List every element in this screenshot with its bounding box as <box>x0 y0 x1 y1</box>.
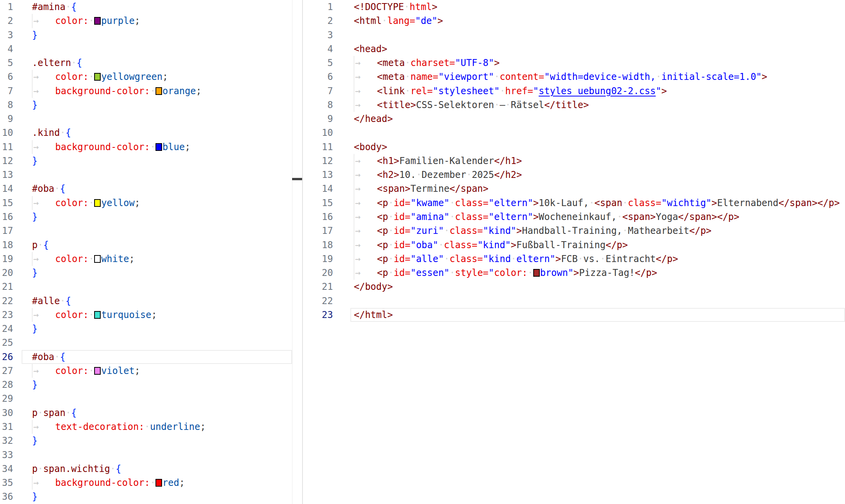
code-line[interactable]: 9</head> <box>303 112 845 126</box>
code-line[interactable]: 36} <box>0 490 302 504</box>
color-swatch[interactable] <box>94 199 101 207</box>
code-token: } <box>32 211 37 222</box>
code-line[interactable]: 3} <box>0 28 302 42</box>
tab-whitespace-icon: → <box>32 476 55 490</box>
code-line[interactable]: 32} <box>0 434 302 448</box>
code-line-content: } <box>32 378 37 392</box>
overview-ruler[interactable] <box>292 0 292 504</box>
code-line[interactable]: 21 <box>0 280 302 294</box>
code-line[interactable]: 34p·span.wichtig·{ <box>0 462 302 476</box>
code-line[interactable]: 10 <box>303 126 845 140</box>
color-swatch[interactable] <box>94 73 101 81</box>
tab-whitespace-icon: → <box>354 84 377 98</box>
code-line[interactable]: 19→color:·white; <box>0 252 302 266</box>
html-editor[interactable]: 1<!DOCTYPE·html>2<html·lang="de">34<head… <box>303 0 845 504</box>
code-line[interactable]: 20→<p·id="essen"·style="color:·brown">Pi… <box>303 266 845 280</box>
code-line[interactable]: 23</html> <box>303 308 845 322</box>
css-editor[interactable]: 1#amina·{2→color:·purple;3}45.eltern·{6→… <box>0 0 302 504</box>
code-line-content: →background-color:·blue; <box>32 140 190 154</box>
code-line[interactable]: 5→<meta·charset="UTF-8"> <box>303 56 845 70</box>
space-whitespace-dot: · <box>589 198 594 208</box>
color-swatch[interactable] <box>94 367 101 375</box>
code-line[interactable]: 6→<meta·name="viewport"·content="width=d… <box>303 70 845 84</box>
code-line[interactable]: 23→color:·turquoise; <box>0 308 302 322</box>
code-token: violet <box>101 365 135 376</box>
code-line[interactable]: 7→background-color:·orange; <box>0 84 302 98</box>
code-line[interactable]: 12→<h1>Familien-Kalender</h1> <box>303 154 845 168</box>
line-number: 33 <box>0 448 22 462</box>
overview-ruler-cursor-marker <box>292 178 302 180</box>
code-line[interactable]: 4 <box>0 42 302 56</box>
code-line[interactable]: 6→color:·yellowgreen; <box>0 70 302 84</box>
code-line[interactable]: 12} <box>0 154 302 168</box>
code-line[interactable]: 9 <box>0 112 302 126</box>
code-line[interactable]: 2<html·lang="de"> <box>303 14 845 28</box>
code-token: ; <box>200 421 206 432</box>
code-line[interactable]: 24} <box>0 322 302 336</box>
code-line[interactable]: 30p·span·{ <box>0 406 302 420</box>
code-line[interactable]: 31→text-decoration:·underline; <box>0 420 302 434</box>
code-token: <span> <box>622 211 656 222</box>
code-line[interactable]: 19→<p·id="alle"·class="kind·eltern">FCB·… <box>303 252 845 266</box>
code-line[interactable]: 29 <box>0 392 302 406</box>
space-whitespace-dot: · <box>494 100 499 110</box>
code-line[interactable]: 13 <box>0 168 302 182</box>
code-line[interactable]: 16} <box>0 210 302 224</box>
code-token: 10.·Dezember·2025 <box>399 169 494 180</box>
code-line[interactable]: 1#amina·{ <box>0 0 302 14</box>
code-token: <h2> <box>377 169 399 180</box>
color-swatch[interactable] <box>155 479 162 487</box>
code-token: rel= <box>411 86 433 96</box>
code-line[interactable]: 22 <box>303 294 845 308</box>
code-line[interactable]: 22#alle·{ <box>0 294 302 308</box>
code-line[interactable]: 11→background-color:·blue; <box>0 140 302 154</box>
code-line[interactable]: 14→<span>Termine</span> <box>303 182 845 196</box>
code-line[interactable]: 18→<p·id="oba"·class="kind">Fußball-Trai… <box>303 238 845 252</box>
tab-whitespace-icon: → <box>32 84 55 98</box>
code-line[interactable]: 21</body> <box>303 280 845 294</box>
code-line[interactable]: 20} <box>0 266 302 280</box>
code-line[interactable]: 16→<p·id="amina"·class="eltern">Wochenei… <box>303 210 845 224</box>
code-line[interactable]: 33 <box>0 448 302 462</box>
code-token: <!DOCTYPE· <box>354 2 410 12</box>
code-line[interactable]: 1<!DOCTYPE·html> <box>303 0 845 14</box>
code-line[interactable]: 35→background-color:·red; <box>0 476 302 490</box>
code-line[interactable]: 7→<link·rel="stylesheet"·href="styles_ue… <box>303 84 845 98</box>
code-line[interactable]: 3 <box>303 28 845 42</box>
code-line[interactable]: 26#oba·{ <box>0 350 302 364</box>
color-swatch[interactable] <box>94 17 101 25</box>
code-line[interactable]: 14#oba·{ <box>0 182 302 196</box>
code-line[interactable]: 4<head> <box>303 42 845 56</box>
code-line[interactable]: 13→<h2>10.·Dezember·2025</h2> <box>303 168 845 182</box>
color-swatch[interactable] <box>94 255 101 263</box>
code-line-content: } <box>32 28 37 42</box>
code-line[interactable]: 25 <box>0 336 302 350</box>
code-line[interactable]: 18p·{ <box>0 238 302 252</box>
code-line[interactable]: 5.eltern·{ <box>0 56 302 70</box>
code-line[interactable]: 15→color:·yellow; <box>0 196 302 210</box>
color-swatch[interactable] <box>533 269 540 277</box>
code-editor: 1#amina·{2→color:·purple;3}45.eltern·{6→… <box>0 0 845 504</box>
code-line[interactable]: 10.kind·{ <box>0 126 302 140</box>
code-line[interactable]: 2→color:·purple; <box>0 14 302 28</box>
code-token: class= <box>455 198 488 208</box>
code-line-content: <body> <box>354 140 387 154</box>
color-swatch[interactable] <box>155 87 162 95</box>
code-token: ; <box>129 254 134 264</box>
code-token: #amina· <box>32 2 71 12</box>
code-line[interactable]: 11<body> <box>303 140 845 154</box>
code-line[interactable]: 8→<title>CSS-Selektoren·–·Rätsel</title> <box>303 98 845 112</box>
color-swatch[interactable] <box>155 143 162 151</box>
code-line[interactable]: 8} <box>0 98 302 112</box>
code-token: Wocheneinkauf,· <box>539 211 622 222</box>
code-line[interactable]: 17→<p·id="zuri"·class="kind">Handball-Tr… <box>303 224 845 238</box>
code-line[interactable]: 27→color:·violet; <box>0 364 302 378</box>
code-token: } <box>32 156 37 166</box>
code-line[interactable]: 28} <box>0 378 302 392</box>
code-token: html <box>410 2 432 12</box>
color-swatch[interactable] <box>94 311 101 319</box>
line-number: 6 <box>303 70 350 84</box>
code-line[interactable]: 17 <box>0 224 302 238</box>
code-line[interactable]: 15→<p·id="kwame"·class="eltern">10k-Lauf… <box>303 196 845 210</box>
stylesheet-link[interactable]: styles_uebung02-2.css <box>539 86 656 96</box>
